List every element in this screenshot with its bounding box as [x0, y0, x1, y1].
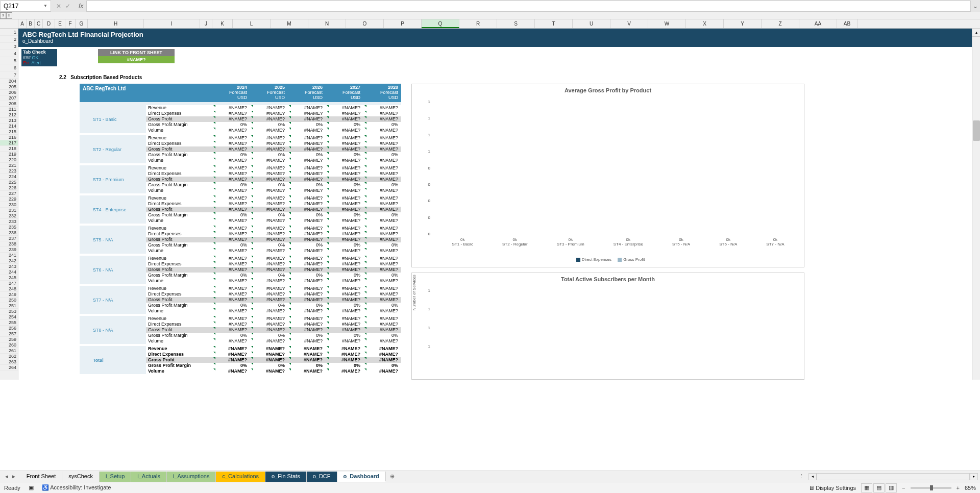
metric-value[interactable]: #NAME?: [288, 111, 326, 116]
metric-value[interactable]: #NAME?: [363, 116, 401, 122]
row-header-235[interactable]: 235: [0, 225, 18, 230]
metric-value[interactable]: #NAME?: [288, 278, 326, 284]
metric-value[interactable]: #NAME?: [250, 177, 288, 182]
row-header-250[interactable]: 250: [0, 298, 18, 303]
metric-value[interactable]: #NAME?: [363, 237, 401, 242]
metric-value[interactable]: #NAME?: [250, 237, 288, 242]
row-header-263[interactable]: 263: [0, 359, 18, 365]
metric-value[interactable]: #NAME?: [363, 278, 401, 284]
tab-next-icon[interactable]: ►: [11, 474, 16, 479]
metric-value[interactable]: #NAME?: [250, 111, 288, 116]
metric-value[interactable]: #NAME?: [363, 291, 401, 297]
metric-value[interactable]: 0%: [288, 212, 326, 218]
metric-value[interactable]: #NAME?: [250, 291, 288, 297]
metric-value[interactable]: #NAME?: [288, 352, 326, 357]
metric-value[interactable]: #NAME?: [250, 146, 288, 152]
metric-value[interactable]: #NAME?: [326, 368, 363, 374]
metric-value[interactable]: #NAME?: [250, 201, 288, 207]
metric-value[interactable]: #NAME?: [250, 327, 288, 333]
row-header-248[interactable]: 248: [0, 286, 18, 292]
metric-value[interactable]: #NAME?: [363, 111, 401, 116]
col-header-K[interactable]: K: [212, 19, 233, 28]
row-header-211[interactable]: 211: [0, 107, 18, 112]
metric-value[interactable]: #NAME?: [250, 338, 288, 344]
row-header-256[interactable]: 256: [0, 326, 18, 331]
outline-level-1[interactable]: 1: [0, 12, 6, 19]
metric-value[interactable]: #NAME?: [288, 248, 326, 254]
row-header-239[interactable]: 239: [0, 247, 18, 253]
zoom-slider[interactable]: [911, 487, 951, 489]
col-header-W[interactable]: W: [648, 19, 686, 28]
metric-value[interactable]: #NAME?: [326, 248, 363, 254]
metric-value[interactable]: #NAME?: [212, 286, 250, 291]
sheet-tab-o_dcf[interactable]: o_DCF: [307, 472, 337, 482]
row-header-241[interactable]: 241: [0, 253, 18, 258]
col-header-B[interactable]: B: [27, 19, 35, 28]
metric-value[interactable]: #NAME?: [363, 128, 401, 133]
metric-value[interactable]: 0%: [288, 152, 326, 158]
row-header-244[interactable]: 244: [0, 269, 18, 275]
metric-value[interactable]: #NAME?: [326, 188, 363, 193]
metric-value[interactable]: #NAME?: [363, 308, 401, 314]
metric-value[interactable]: #NAME?: [363, 286, 401, 291]
metric-value[interactable]: 0%: [326, 363, 363, 368]
metric-value[interactable]: #NAME?: [288, 261, 326, 267]
metric-value[interactable]: #NAME?: [326, 308, 363, 314]
metric-value[interactable]: 0%: [250, 363, 288, 368]
row-header-1[interactable]: 1: [0, 29, 18, 36]
sheet-tab-o_dashboard[interactable]: o_Dashboard: [337, 472, 386, 482]
metric-value[interactable]: #NAME?: [326, 316, 363, 322]
outline-level-2[interactable]: 2: [6, 12, 12, 19]
row-header-260[interactable]: 260: [0, 342, 18, 348]
metric-value[interactable]: 0%: [363, 152, 401, 158]
metric-value[interactable]: #NAME?: [212, 177, 250, 182]
metric-value[interactable]: #NAME?: [212, 368, 250, 374]
sheet-content[interactable]: ABC RegTech Ltd Financial Projection o_D…: [18, 29, 980, 380]
metric-value[interactable]: #NAME?: [363, 357, 401, 363]
metric-value[interactable]: 0%: [363, 333, 401, 338]
metric-value[interactable]: #NAME?: [326, 322, 363, 327]
metric-value[interactable]: 0%: [250, 152, 288, 158]
metric-value[interactable]: #NAME?: [288, 308, 326, 314]
col-header-T[interactable]: T: [535, 19, 573, 28]
metric-value[interactable]: 0%: [250, 273, 288, 278]
metric-value[interactable]: #NAME?: [326, 116, 363, 122]
row-header-231[interactable]: 231: [0, 208, 18, 213]
metric-value[interactable]: #NAME?: [288, 338, 326, 344]
metric-value[interactable]: #NAME?: [288, 177, 326, 182]
metric-value[interactable]: #NAME?: [288, 297, 326, 303]
metric-value[interactable]: #NAME?: [326, 201, 363, 207]
metric-value[interactable]: #NAME?: [250, 297, 288, 303]
row-header-262[interactable]: 262: [0, 354, 18, 359]
metric-value[interactable]: #NAME?: [288, 165, 326, 171]
row-header-249[interactable]: 249: [0, 292, 18, 298]
metric-value[interactable]: #NAME?: [212, 201, 250, 207]
metric-value[interactable]: #NAME?: [212, 116, 250, 122]
row-header-213[interactable]: 213: [0, 118, 18, 124]
row-header-5[interactable]: 5: [0, 57, 18, 64]
zoom-in-icon[interactable]: +: [957, 485, 960, 491]
metric-value[interactable]: #NAME?: [288, 226, 326, 231]
metric-value[interactable]: #NAME?: [250, 158, 288, 163]
formula-expand-icon[interactable]: ⌄: [971, 3, 980, 10]
metric-value[interactable]: 0%: [288, 242, 326, 248]
row-header-238[interactable]: 238: [0, 241, 18, 247]
metric-value[interactable]: 0%: [250, 333, 288, 338]
metric-value[interactable]: #NAME?: [288, 158, 326, 163]
row-header-259[interactable]: 259: [0, 337, 18, 342]
metric-value[interactable]: 0%: [326, 333, 363, 338]
row-header-215[interactable]: 215: [0, 129, 18, 135]
row-header-229[interactable]: 229: [0, 196, 18, 202]
metric-value[interactable]: #NAME?: [363, 201, 401, 207]
metric-value[interactable]: #NAME?: [212, 322, 250, 327]
row-header-227[interactable]: 227: [0, 191, 18, 196]
metric-value[interactable]: #NAME?: [288, 316, 326, 322]
metric-value[interactable]: #NAME?: [363, 261, 401, 267]
row-header-218[interactable]: 218: [0, 146, 18, 152]
sheet-tab-o_fin-stats[interactable]: o_Fin Stats: [265, 472, 307, 482]
metric-value[interactable]: #NAME?: [212, 218, 250, 224]
metric-value[interactable]: #NAME?: [363, 322, 401, 327]
metric-value[interactable]: 0%: [326, 152, 363, 158]
metric-value[interactable]: 0%: [363, 122, 401, 128]
row-header-237[interactable]: 237: [0, 236, 18, 241]
